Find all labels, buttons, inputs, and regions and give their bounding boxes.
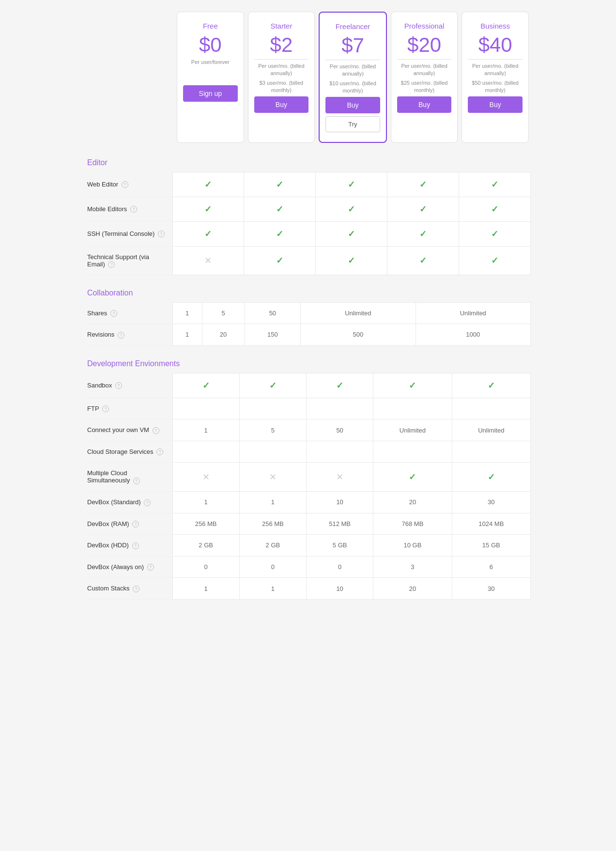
section-development-envionments: Development EnvionmentsSandbox ?✓✓✓✓✓FTP… [85, 359, 531, 600]
info-icon[interactable]: ? [133, 478, 140, 484]
plan-card-business: Business$40Per user/mo. (billed annually… [462, 12, 529, 143]
check-icon: ✓ [348, 229, 355, 239]
row-label: Custom Stacks ? [85, 578, 172, 600]
value-cell: 20 [373, 578, 452, 600]
table-row: DevBox (RAM) ?256 MB256 MB512 MB768 MB10… [85, 513, 531, 535]
check-icon: ✓ [409, 381, 416, 390]
row-label: Mobile Editors ? [85, 197, 172, 221]
value-cell: 768 MB [373, 513, 452, 535]
value-cell: ✓ [244, 172, 316, 197]
value-cell [452, 398, 530, 419]
info-icon[interactable]: ? [147, 564, 154, 571]
plans-row: Free$0Per user/foreverSign upStarter$2Pe… [175, 10, 531, 145]
value-cell [172, 398, 239, 419]
plan-buy-button-starter[interactable]: Buy [254, 96, 309, 113]
check-icon: ✓ [419, 180, 427, 189]
plan-price-free: $0 [183, 35, 238, 55]
info-icon[interactable]: ? [130, 206, 137, 213]
info-icon[interactable]: ? [122, 181, 128, 188]
plan-billing-annual-professional: Per user/mo. (billed annually) [397, 62, 452, 77]
plan-card-professional: Professional$20Per user/mo. (billed annu… [391, 12, 458, 143]
value-cell: 50 [245, 303, 300, 324]
info-icon[interactable]: ? [158, 231, 165, 237]
plan-price-freelancer: $7 [325, 35, 380, 56]
value-cell: 1024 MB [452, 513, 530, 535]
value-cell: ✓ [307, 373, 373, 398]
plan-buy-button-professional[interactable]: Buy [397, 96, 452, 113]
row-label: Multiple Cloud Simultaneously ? [85, 463, 172, 492]
feature-table-editor: Web Editor ?✓✓✓✓✓Mobile Editors ?✓✓✓✓✓SS… [85, 172, 531, 276]
check-icon: ✓ [348, 256, 355, 265]
info-icon[interactable]: ? [144, 499, 151, 506]
plan-card-starter: Starter$2Per user/mo. (billed annually)$… [248, 12, 315, 143]
info-icon[interactable]: ? [153, 427, 159, 434]
value-cell: ✓ [172, 172, 244, 197]
table-row: Connect your own VM ?1550UnlimitedUnlimi… [85, 419, 531, 441]
value-cell: 500 [301, 324, 416, 346]
check-icon: ✓ [204, 229, 212, 239]
check-icon: ✓ [419, 256, 427, 265]
info-icon[interactable]: ? [110, 310, 117, 317]
value-cell: 20 [202, 324, 245, 346]
check-icon: ✓ [488, 472, 495, 482]
plan-buy-button-free[interactable]: Sign up [183, 85, 238, 102]
value-cell: 30 [452, 578, 530, 600]
value-cell: ✕ [307, 463, 373, 492]
value-cell: ✕ [172, 246, 244, 275]
cross-icon: ✕ [336, 472, 343, 482]
info-icon[interactable]: ? [115, 382, 122, 389]
page-wrapper: Free$0Per user/foreverSign upStarter$2Pe… [76, 0, 540, 613]
info-icon[interactable]: ? [108, 261, 115, 268]
plan-try-button-freelancer[interactable]: Try [325, 116, 380, 132]
value-cell: 1 [172, 419, 239, 441]
value-cell: ✓ [373, 463, 452, 492]
value-cell: 15 GB [452, 535, 530, 557]
value-cell [307, 398, 373, 419]
plan-name-starter: Starter [254, 22, 309, 30]
plan-price-professional: $20 [397, 35, 452, 55]
plan-billing-annual-freelancer: Per user/mo. (billed annually) [325, 63, 380, 78]
value-cell: 10 [307, 492, 373, 513]
info-icon[interactable]: ? [132, 542, 139, 549]
row-label: Sandbox ? [85, 373, 172, 398]
table-row: SSH (Terminal Console) ?✓✓✓✓✓ [85, 221, 531, 246]
check-icon: ✓ [419, 229, 427, 239]
value-cell [307, 441, 373, 463]
value-cell: 256 MB [172, 513, 239, 535]
info-icon[interactable]: ? [133, 586, 139, 592]
value-cell: ✓ [459, 172, 531, 197]
info-icon[interactable]: ? [156, 449, 163, 455]
row-label: Cloud Storage Services ? [85, 441, 172, 463]
value-cell: ✓ [316, 172, 387, 197]
check-icon: ✓ [276, 204, 283, 214]
info-icon[interactable]: ? [118, 332, 124, 339]
value-cell: ✓ [172, 221, 244, 246]
value-cell: Unlimited [373, 419, 452, 441]
plan-buy-button-business[interactable]: Buy [468, 96, 523, 113]
check-icon: ✓ [491, 180, 498, 189]
value-cell: ✓ [244, 221, 316, 246]
value-cell: 1 [172, 324, 202, 346]
cross-icon: ✕ [269, 472, 277, 482]
info-icon[interactable]: ? [102, 405, 109, 412]
plan-name-free: Free [183, 22, 238, 30]
row-label: DevBox (Always on) ? [85, 556, 172, 578]
value-cell: 1 [172, 303, 202, 324]
check-icon: ✓ [202, 381, 210, 390]
label-spacer [85, 10, 175, 145]
plan-price-business: $40 [468, 35, 523, 55]
section-label: Development Envionments [85, 359, 531, 368]
plan-buy-button-freelancer[interactable]: Buy [325, 97, 380, 113]
plan-billing-annual-business: Per user/mo. (billed annually) [468, 62, 523, 77]
plan-billing-monthly-professional: $25 user/mo. (billed monthly) [397, 79, 452, 94]
feature-table-collaboration: Shares ?1550UnlimitedUnlimitedRevisions … [85, 302, 531, 346]
info-icon[interactable]: ? [132, 521, 139, 527]
check-icon: ✓ [204, 204, 212, 214]
table-row: Technical Support (via Email) ?✕✓✓✓✓ [85, 246, 531, 275]
row-label: Revisions ? [85, 324, 172, 346]
table-row: Mobile Editors ?✓✓✓✓✓ [85, 197, 531, 221]
table-row: Revisions ?1201505001000 [85, 324, 531, 346]
table-row: Multiple Cloud Simultaneously ?✕✕✕✓✓ [85, 463, 531, 492]
table-row: FTP ? [85, 398, 531, 419]
value-cell: 1 [172, 492, 239, 513]
